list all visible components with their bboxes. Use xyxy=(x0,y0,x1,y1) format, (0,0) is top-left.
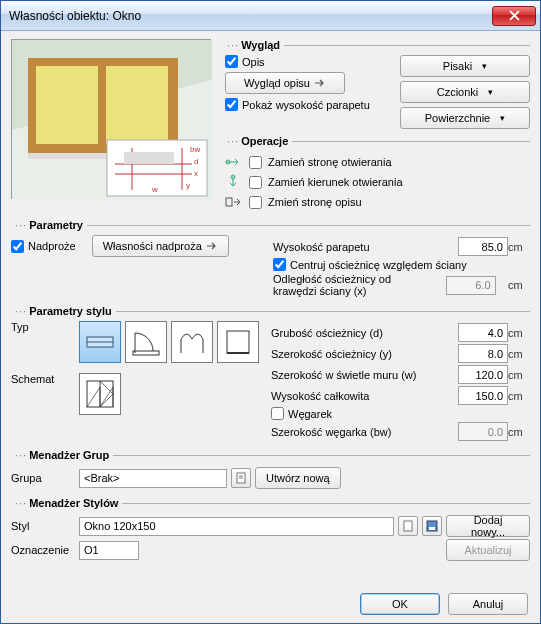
dodaj-nowy-label: Dodaj nowy... xyxy=(457,514,519,538)
wegarek-label: Węgarek xyxy=(288,408,530,420)
unit-label: cm xyxy=(508,348,530,360)
dialog-footer: OK Anuluj xyxy=(360,593,528,615)
wys-parapetu-field[interactable] xyxy=(458,237,508,256)
aktualizuj-label: Aktualizuj xyxy=(464,544,511,556)
parametry-stylu-group: ···Parametry stylu Typ Schemat xyxy=(11,305,530,443)
swap-desc-label: Zmień stronę opisu xyxy=(268,196,362,208)
powierzchnie-label: Powierzchnie xyxy=(425,112,490,124)
parametry-stylu-legend: Parametry stylu xyxy=(29,305,112,317)
svg-rect-22 xyxy=(133,351,159,355)
wysokosc-label: Wysokość całkowita xyxy=(271,390,458,402)
opis-checkbox-row: Opis xyxy=(225,55,390,68)
oznaczenie-label: Oznaczenie xyxy=(11,544,75,556)
swap-direction-label: Zamień kierunek otwierania xyxy=(268,176,403,188)
type-option-1[interactable] xyxy=(79,321,121,363)
swap-side-checkbox[interactable] xyxy=(249,156,262,169)
cancel-button[interactable]: Anuluj xyxy=(448,593,528,615)
goto-icon xyxy=(314,78,326,88)
pokaz-wysokosc-checkbox[interactable] xyxy=(225,98,238,111)
ok-button[interactable]: OK xyxy=(360,593,440,615)
svg-rect-3 xyxy=(36,66,98,144)
odleglosc-label: Odległość ościeżnicy od krawędzi ściany … xyxy=(273,273,433,297)
wyglad-opisu-label: Wygląd opisu xyxy=(244,77,310,89)
nadproze-label: Nadproże xyxy=(28,240,76,252)
unit-label: cm xyxy=(508,369,530,381)
grupy-group: ···Menadżer Grup Grupa Utwórz nową xyxy=(11,449,530,491)
grubosc-label: Grubość ościeżnicy (d) xyxy=(271,327,458,339)
schema-option[interactable] xyxy=(79,373,121,415)
swap-desc-checkbox[interactable] xyxy=(249,196,262,209)
szerokosc-osc-field[interactable] xyxy=(458,344,508,363)
szerokosc-muru-field[interactable] xyxy=(458,365,508,384)
type-option-2[interactable] xyxy=(125,321,167,363)
pokaz-wysokosc-label: Pokaż wysokość parapetu xyxy=(242,99,370,111)
unit-label: cm xyxy=(508,241,530,253)
svg-rect-19 xyxy=(226,198,232,206)
szerokosc-muru-label: Szerokość w świetle muru (w) xyxy=(271,369,458,381)
type-option-3[interactable] xyxy=(171,321,213,363)
goto-icon xyxy=(206,241,218,251)
utworz-nowa-label: Utwórz nową xyxy=(266,472,330,484)
close-button[interactable] xyxy=(492,6,536,26)
document-icon xyxy=(402,520,414,532)
oznaczenie-field[interactable] xyxy=(79,541,139,560)
styl-save-button[interactable] xyxy=(422,516,442,536)
svg-rect-30 xyxy=(404,521,412,531)
type-option-4[interactable] xyxy=(217,321,259,363)
opis-label: Opis xyxy=(242,56,265,68)
swap-side-label: Zamień stronę otwierania xyxy=(268,156,392,168)
styl-field[interactable] xyxy=(79,517,394,536)
opis-checkbox[interactable] xyxy=(225,55,238,68)
unit-label: cm xyxy=(508,279,530,291)
swap-direction-checkbox[interactable] xyxy=(249,176,262,189)
parametry-group: ···Parametry Nadproże Własności nadproża xyxy=(11,219,530,299)
svg-text:d: d xyxy=(194,157,198,166)
centruj-checkbox[interactable] xyxy=(273,258,286,271)
pisaki-label: Pisaki xyxy=(443,60,472,72)
svg-rect-23 xyxy=(227,331,249,353)
odleglosc-field xyxy=(446,276,496,295)
appearance-legend: Wygląd xyxy=(241,39,280,51)
czcionki-label: Czcionki xyxy=(437,86,479,98)
wlasnosci-nadproza-label: Własności nadproża xyxy=(103,240,202,252)
wyglad-opisu-button[interactable]: Wygląd opisu xyxy=(225,72,345,94)
document-icon xyxy=(235,472,247,484)
grupy-legend: Menadżer Grup xyxy=(29,449,109,461)
centruj-label: Centruj ościeżnicę względem ściany xyxy=(290,259,530,271)
save-icon xyxy=(426,520,438,532)
typ-label: Typ xyxy=(11,321,75,333)
szer-wegarka-field xyxy=(458,422,508,441)
nadproze-checkbox[interactable] xyxy=(11,240,24,253)
wlasnosci-nadproza-button[interactable]: Własności nadproża xyxy=(92,235,229,257)
styl-browse-button[interactable] xyxy=(398,516,418,536)
swap-desc-icon xyxy=(223,193,243,211)
grupa-field[interactable] xyxy=(79,469,227,488)
wegarek-checkbox[interactable] xyxy=(271,407,284,420)
grubosc-field[interactable] xyxy=(458,323,508,342)
czcionki-button[interactable]: Czcionki xyxy=(400,81,530,103)
svg-text:y: y xyxy=(186,181,190,190)
operations-group: ···Operacje Zamień stronę otwierania Zam… xyxy=(223,135,530,213)
svg-text:w: w xyxy=(151,185,158,194)
schemat-label: Schemat xyxy=(11,373,75,385)
stylow-legend: Menadżer Stylów xyxy=(29,497,118,509)
wysokosc-field[interactable] xyxy=(458,386,508,405)
stylow-group: ···Menadżer Stylów Styl Dodaj nowy... Oz… xyxy=(11,497,530,563)
dialog-window: Własności obiektu: Okno xyxy=(0,0,541,624)
pisaki-button[interactable]: Pisaki xyxy=(400,55,530,77)
svg-rect-32 xyxy=(429,527,435,530)
grupa-browse-button[interactable] xyxy=(231,468,251,488)
aktualizuj-button: Aktualizuj xyxy=(446,539,530,561)
appearance-group: ···Wygląd Opis Wygląd opisu xyxy=(223,39,530,129)
utworz-nowa-button[interactable]: Utwórz nową xyxy=(255,467,341,489)
pokaz-wysokosc-row: Pokaż wysokość parapetu xyxy=(225,98,390,111)
unit-label: cm xyxy=(508,390,530,402)
svg-text:bw: bw xyxy=(190,145,200,154)
svg-rect-4 xyxy=(106,66,168,144)
szerokosc-osc-label: Szerokość ościeżnicy (y) xyxy=(271,348,458,360)
wys-parapetu-label: Wysokość parapetu xyxy=(273,241,458,253)
title-bar: Własności obiektu: Okno xyxy=(1,1,540,31)
unit-label: cm xyxy=(508,426,530,438)
dodaj-nowy-button[interactable]: Dodaj nowy... xyxy=(446,515,530,537)
powierzchnie-button[interactable]: Powierzchnie xyxy=(400,107,530,129)
